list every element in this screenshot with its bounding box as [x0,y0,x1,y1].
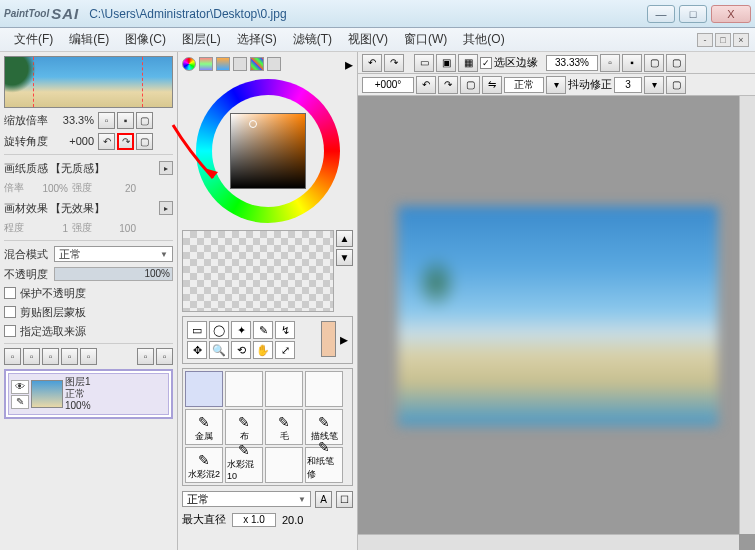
menu-select[interactable]: 选择(S) [229,29,285,50]
close-button[interactable]: X [711,5,751,23]
move-tool[interactable]: ✥ [187,341,207,359]
invert-sel-button[interactable]: ▣ [436,54,456,72]
lasso-tool[interactable]: ◯ [209,321,229,339]
canvas-viewport[interactable] [358,96,755,550]
layer-visibility-icon[interactable]: 👁 [11,380,29,394]
child-minimize-button[interactable]: - [697,33,713,47]
brush-preset[interactable]: ✎毛 [265,409,303,445]
child-restore-button[interactable]: □ [715,33,731,47]
horizontal-scrollbar[interactable] [358,534,739,550]
zoom-fit-button[interactable]: ▢ [644,54,664,72]
rotate-cw-canvas-button[interactable]: ↷ [438,76,458,94]
pen-tool[interactable]: ✎ [253,321,273,339]
swatch-down-button[interactable]: ▼ [336,249,353,266]
navigator-thumbnail[interactable] [4,56,173,108]
brush-preset[interactable]: ✎布 [225,409,263,445]
brush-preset[interactable]: ✎水彩混10 [225,447,263,483]
vertical-scrollbar[interactable] [739,96,755,534]
brush-preset[interactable] [305,371,343,407]
zoom-field[interactable]: 33.33% [546,55,598,71]
zoom-dec-button[interactable]: ▫ [600,54,620,72]
rotate-ccw-button[interactable]: ↶ [98,133,115,150]
zoom-reset-button[interactable]: ▢ [136,112,153,129]
eyedropper-tool[interactable]: ⤢ [275,341,295,359]
menu-filter[interactable]: 滤镜(T) [285,29,340,50]
brush-preset[interactable] [265,447,303,483]
path-tool[interactable]: ↯ [275,321,295,339]
rotate-tool[interactable]: ⟲ [231,341,251,359]
rotate-ccw-canvas-button[interactable]: ↶ [416,76,436,94]
zoom-actual-button[interactable]: ▢ [666,54,686,72]
minimize-button[interactable]: — [647,5,675,23]
rect-select-tool[interactable]: ▭ [187,321,207,339]
new-layer-button[interactable]: ▫ [4,348,21,365]
rotate-reset-button[interactable]: ▢ [136,133,153,150]
color-wheel-mode-button[interactable] [182,57,196,71]
new-linework-button[interactable]: ▫ [23,348,40,365]
brush-preset[interactable]: ✎金属 [185,409,223,445]
rgb-slider-button[interactable] [199,57,213,71]
clip-mask-checkbox[interactable] [4,306,16,318]
layer-edit-icon[interactable]: ✎ [11,395,29,409]
swatch-grid[interactable] [182,230,334,312]
sel-edge-checkbox[interactable]: ✓ [480,57,492,69]
magic-wand-tool[interactable]: ✦ [231,321,251,339]
hand-tool[interactable]: ✋ [253,341,273,359]
foreground-color[interactable] [321,321,336,357]
rotate-reset-canvas-button[interactable]: ▢ [460,76,480,94]
tool-panel-arrow[interactable]: ▸ [340,321,348,357]
undo-button[interactable]: ↶ [362,54,382,72]
layer-item[interactable]: 👁 ✎ 图层1 正常 100% [8,373,169,415]
menu-window[interactable]: 窗口(W) [396,29,455,50]
opacity-slider[interactable]: 100% [54,267,173,281]
brush-preset[interactable] [225,371,263,407]
menu-view[interactable]: 视图(V) [340,29,396,50]
material-fx-arrow[interactable]: ▸ [159,201,173,215]
child-close-button[interactable]: × [733,33,749,47]
brush-blend-select[interactable]: 正常▼ [182,491,311,507]
merge-down-button[interactable]: ▫ [137,348,154,365]
deselect-button[interactable]: ▭ [414,54,434,72]
mixer-button[interactable] [233,57,247,71]
swatches-button[interactable] [250,57,264,71]
zoom-tool[interactable]: 🔍 [209,341,229,359]
brush-option-b-button[interactable]: ☐ [336,491,353,508]
angle-field[interactable]: +000° [362,77,414,93]
extra-toggle-button[interactable]: ▢ [666,76,686,94]
select-src-checkbox[interactable] [4,325,16,337]
menu-file[interactable]: 文件(F) [6,29,61,50]
brush-option-a-button[interactable]: A [315,491,332,508]
keep-opacity-checkbox[interactable] [4,287,16,299]
zoom-inc-button[interactable]: ▪ [622,54,642,72]
scratchpad-button[interactable] [267,57,281,71]
redo-button[interactable]: ↷ [384,54,404,72]
stabilizer-arrow[interactable]: ▾ [644,76,664,94]
copy-layer-button[interactable]: ▫ [61,348,78,365]
menu-edit[interactable]: 编辑(E) [61,29,117,50]
brush-preset[interactable] [185,371,223,407]
zoom-out-button[interactable]: ▫ [98,112,115,129]
swatch-up-button[interactable]: ▲ [336,230,353,247]
show-sel-button[interactable]: ▦ [458,54,478,72]
hsv-slider-button[interactable] [216,57,230,71]
rotate-cw-button[interactable]: ↷ [117,133,134,150]
stabilizer-field[interactable]: 3 [614,77,642,93]
canvas-mode-arrow[interactable]: ▾ [546,76,566,94]
clear-layer-button[interactable]: ▫ [156,348,173,365]
menu-image[interactable]: 图像(C) [117,29,174,50]
zoom-in-button[interactable]: ▪ [117,112,134,129]
paper-sense-arrow[interactable]: ▸ [159,161,173,175]
color-square[interactable] [230,113,306,189]
brush-preset[interactable]: ✎和纸笔修 [305,447,343,483]
flip-h-button[interactable]: ⇋ [482,76,502,94]
menu-layer[interactable]: 图层(L) [174,29,229,50]
menu-other[interactable]: 其他(O) [455,29,512,50]
brush-preset[interactable]: ✎水彩混2 [185,447,223,483]
diameter-mult[interactable]: x 1.0 [232,513,276,527]
maximize-button[interactable]: □ [679,5,707,23]
color-panel-arrow[interactable]: ▸ [345,55,353,74]
canvas-mode-field[interactable]: 正常 [504,77,544,93]
delete-layer-button[interactable]: ▫ [80,348,97,365]
blend-mode-select[interactable]: 正常▼ [54,246,173,262]
brush-preset[interactable] [265,371,303,407]
